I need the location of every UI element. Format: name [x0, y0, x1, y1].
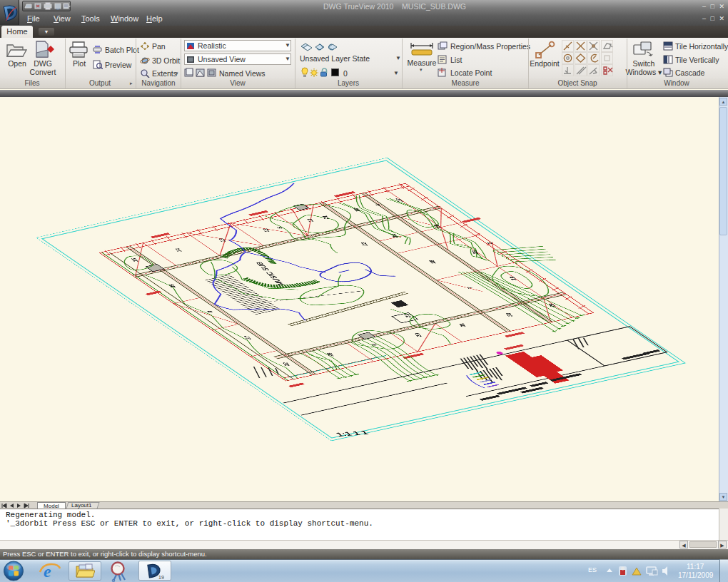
svg-text:34: 34: [389, 234, 400, 238]
svg-text:20: 20: [413, 333, 424, 337]
svg-text:23: 23: [403, 314, 413, 317]
svg-text:27: 27: [243, 336, 253, 340]
svg-text:31: 31: [457, 323, 468, 327]
svg-text:19: 19: [158, 575, 164, 580]
svg-text:17: 17: [394, 198, 405, 202]
svg-text:5: 5: [275, 227, 285, 229]
svg-text:21: 21: [320, 215, 331, 219]
svg-text:11: 11: [305, 218, 315, 222]
svg-text:22: 22: [359, 242, 370, 246]
svg-text:8: 8: [206, 311, 215, 313]
svg-text:15: 15: [130, 258, 141, 262]
svg-text:14: 14: [173, 248, 183, 252]
svg-text:6: 6: [370, 344, 379, 346]
svg-text:35: 35: [167, 284, 178, 287]
svg-text:18: 18: [428, 260, 438, 264]
svg-text:28: 28: [325, 352, 335, 356]
svg-text:32: 32: [281, 362, 292, 366]
svg-text:19: 19: [507, 277, 518, 280]
svg-text:1:1 1 1: 1:1 1 1: [334, 429, 370, 438]
svg-text:13: 13: [217, 238, 228, 242]
svg-text:30: 30: [504, 313, 515, 317]
svg-text:10: 10: [352, 208, 363, 212]
svg-text:3: 3: [485, 242, 495, 244]
svg-text:7: 7: [466, 287, 475, 289]
svg-text:12: 12: [261, 228, 272, 232]
